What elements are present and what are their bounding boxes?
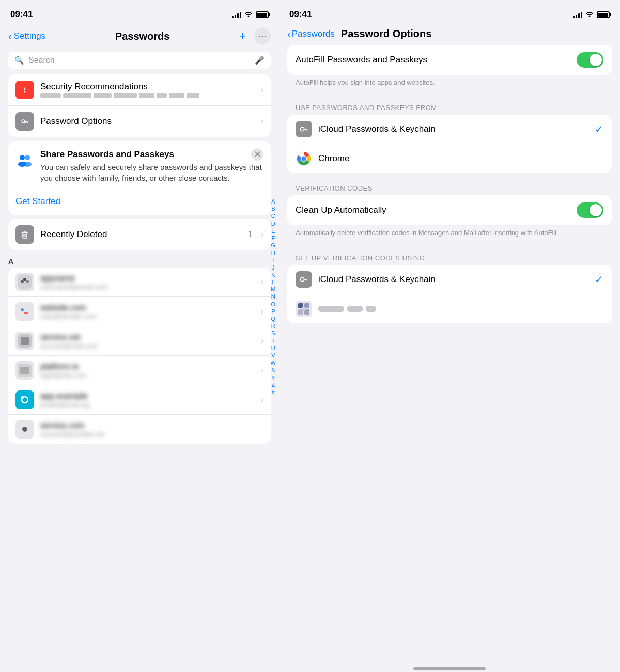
alpha-k[interactable]: K xyxy=(270,272,276,278)
password-list: appname username@email.com › website.com… xyxy=(8,268,271,444)
verification-sources-card: iCloud Passwords & Keychain ✓ xyxy=(287,265,612,323)
password-user-2: user@domain.com xyxy=(40,312,255,320)
password-options-text: Password Options xyxy=(40,116,255,127)
search-input[interactable]: Search xyxy=(28,56,251,65)
alpha-x[interactable]: X xyxy=(270,367,276,373)
left-nav-bar: ‹ Settings Passwords + ··· xyxy=(0,26,279,50)
other-verification-option[interactable] xyxy=(287,294,612,323)
password-name-6: service.com xyxy=(40,421,264,430)
alpha-i[interactable]: I xyxy=(271,257,275,264)
password-name-3: service.net xyxy=(40,333,255,342)
alpha-z[interactable]: Z xyxy=(270,382,276,388)
right-status-time: 09:41 xyxy=(289,9,312,20)
share-card-header: Share Passwords and Passkeys You can saf… xyxy=(16,149,264,183)
password-item-6[interactable]: service.com myuser@provider.net xyxy=(8,415,271,444)
left-status-time: 09:41 xyxy=(10,9,33,20)
password-item-5[interactable]: app.example profile@host.org › xyxy=(8,385,271,415)
alpha-g[interactable]: G xyxy=(270,242,277,249)
svg-point-21 xyxy=(23,278,26,281)
more-button[interactable]: ··· xyxy=(254,28,271,44)
verification-section-label: VERIFICATION CODES xyxy=(287,181,612,195)
recently-deleted-section: Recently Deleted 1 › xyxy=(8,219,271,250)
password-options-item[interactable]: Password Options › xyxy=(8,106,271,137)
right-battery-icon xyxy=(597,11,610,18)
password-item-3[interactable]: service.net account@mail.com › xyxy=(8,326,271,356)
autofill-toggle[interactable] xyxy=(577,52,603,68)
trash-icon xyxy=(16,225,34,244)
svg-rect-24 xyxy=(24,312,28,314)
alpha-w[interactable]: W xyxy=(270,360,277,366)
section-header-a: A xyxy=(0,254,279,268)
right-status-bar: 09:41 xyxy=(279,0,620,26)
left-back-button[interactable]: ‹ Settings xyxy=(8,30,45,42)
share-card-text-block: Share Passwords and Passkeys You can saf… xyxy=(40,149,264,183)
setup-verification-label: SET UP VERIFICATION CODES USING: xyxy=(287,251,612,265)
alpha-c[interactable]: C xyxy=(270,213,276,220)
alpha-b[interactable]: B xyxy=(270,206,276,212)
password-item-2[interactable]: website.com user@domain.com › xyxy=(8,297,271,326)
recently-deleted-item[interactable]: Recently Deleted 1 › xyxy=(8,219,271,250)
alpha-hash[interactable]: # xyxy=(271,389,276,396)
password-user-3: account@mail.com xyxy=(40,342,255,350)
chevron-right-icon-p4: › xyxy=(261,366,264,375)
share-passwords-card: Share Passwords and Passkeys You can saf… xyxy=(8,141,271,215)
left-status-bar: 09:41 xyxy=(0,0,279,26)
share-card-body: You can safely and securely share passwo… xyxy=(40,162,264,183)
password-info-3: service.net account@mail.com xyxy=(40,333,255,350)
share-close-button[interactable]: ✕ xyxy=(251,148,264,161)
password-sources-card: iCloud Passwords & Keychain ✓ xyxy=(287,115,612,173)
alpha-u[interactable]: U xyxy=(270,345,276,352)
use-passwords-label: USE PASSWORDS AND PASSKEYS FROM: xyxy=(287,101,612,115)
alpha-p[interactable]: P xyxy=(270,308,276,315)
alpha-a[interactable]: A xyxy=(270,198,276,205)
password-name-5: app.example xyxy=(40,392,255,401)
alpha-l[interactable]: L xyxy=(271,279,276,286)
ellipsis-icon: ··· xyxy=(258,31,266,42)
password-user-5: profile@host.org xyxy=(40,401,255,409)
svg-rect-5 xyxy=(27,122,28,123)
alpha-v[interactable]: V xyxy=(270,352,276,359)
alpha-f[interactable]: F xyxy=(270,235,276,242)
svg-point-41 xyxy=(302,157,306,161)
icloud-verification-option[interactable]: iCloud Passwords & Keychain ✓ xyxy=(287,265,612,294)
other-verification-text xyxy=(318,306,603,312)
svg-rect-18 xyxy=(18,275,32,289)
password-user-4: login@site.com xyxy=(40,371,255,379)
alpha-q[interactable]: Q xyxy=(270,316,277,322)
chevron-right-icon-p1: › xyxy=(261,277,264,287)
alpha-m[interactable]: M xyxy=(270,286,276,293)
security-icon xyxy=(16,81,34,99)
chevron-right-icon-p5: › xyxy=(261,395,264,404)
password-item-4[interactable]: platform.io login@site.com › xyxy=(8,356,271,385)
svg-point-1 xyxy=(24,91,26,93)
svg-point-10 xyxy=(23,162,32,167)
icloud-passwords-check: ✓ xyxy=(595,123,603,135)
alpha-n[interactable]: N xyxy=(270,293,276,300)
alpha-r[interactable]: R xyxy=(270,323,276,330)
alpha-h[interactable]: H xyxy=(270,249,276,256)
right-back-button[interactable]: ‹ Passwords xyxy=(287,28,335,40)
svg-point-33 xyxy=(22,427,27,432)
password-info-6: service.com myuser@provider.net xyxy=(40,421,264,438)
app-icon-5 xyxy=(16,390,34,409)
add-button[interactable]: + xyxy=(239,29,246,43)
right-nav-title: Password Options xyxy=(341,28,432,40)
search-bar[interactable]: 🔍 Search 🎤 xyxy=(8,52,271,69)
mic-icon[interactable]: 🎤 xyxy=(255,56,265,65)
alpha-d[interactable]: D xyxy=(270,221,276,227)
cleanup-toggle[interactable] xyxy=(577,202,603,218)
alpha-s[interactable]: S xyxy=(270,330,276,337)
alpha-o[interactable]: O xyxy=(270,301,277,308)
icloud-passwords-option[interactable]: iCloud Passwords & Keychain ✓ xyxy=(287,115,612,144)
share-divider xyxy=(16,190,264,190)
alpha-e[interactable]: E xyxy=(270,228,276,235)
alpha-j[interactable]: J xyxy=(271,264,276,271)
password-item-1[interactable]: appname username@email.com › xyxy=(8,268,271,297)
chrome-option[interactable]: Chrome xyxy=(287,144,612,173)
get-started-button[interactable]: Get Started xyxy=(16,196,264,207)
alpha-y[interactable]: Y xyxy=(270,374,276,381)
alphabet-index: A B C D E F G H I J K L M N O P Q R S T … xyxy=(268,196,279,398)
search-icon: 🔍 xyxy=(14,56,24,65)
security-recommendations-item[interactable]: Security Recommendations › xyxy=(8,74,271,106)
alpha-t[interactable]: T xyxy=(270,338,276,345)
